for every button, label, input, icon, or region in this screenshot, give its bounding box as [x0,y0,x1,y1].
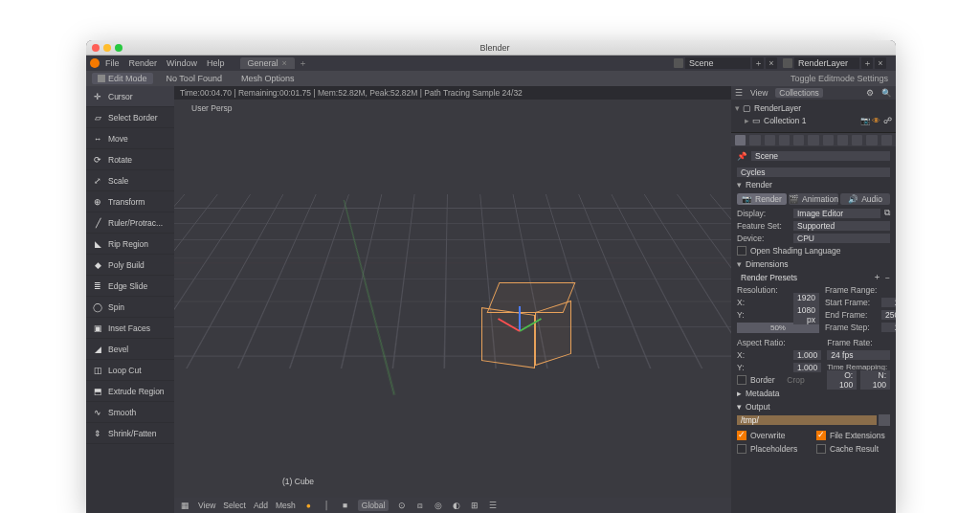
search-icon[interactable]: 🔍 [881,88,892,98]
feature-set-select[interactable]: Supported [793,221,890,231]
tool-rotate[interactable]: ⟳Rotate [86,149,174,170]
menu-help[interactable]: Help [207,58,225,68]
tool-transform[interactable]: ⊕Transform [86,191,174,212]
tab-output[interactable] [749,135,760,145]
aspect-y-input[interactable]: 1.000 [793,363,821,372]
fps-select[interactable]: 24 fps [827,350,890,360]
editor-type-icon[interactable]: ▦ [180,501,190,511]
vhdr-select[interactable]: Select [223,501,246,510]
overlay-icon[interactable]: ☰ [487,501,498,511]
res-y-input[interactable]: 1080 px [793,305,819,324]
render-still-button[interactable]: 📷Render [737,193,787,205]
tool-move[interactable]: ↔Move [86,128,174,149]
tab-material[interactable] [881,135,892,145]
tool-ruler[interactable]: ╱Ruler/Protrac... [86,212,174,234]
tool-edge-slide[interactable]: ≣Edge Slide [86,276,174,297]
tab-world[interactable] [793,135,804,145]
fileext-checkbox[interactable] [816,431,826,440]
camera-visibility-icon[interactable]: 📷 [860,116,869,124]
tab-physics[interactable] [852,135,862,145]
tool-smooth[interactable]: ∿Smooth [86,402,174,423]
outliner-collections-filter[interactable]: Collections [775,88,823,98]
outliner[interactable]: ▾ ▢ RenderLayer ▸ ▭ Collection 1 📷 👁 ☍ [731,100,896,133]
close-tab-icon[interactable]: × [282,58,287,68]
preset-add-icon[interactable]: ＋ [873,272,881,283]
vhdr-mesh[interactable]: Mesh [276,501,296,510]
new-window-icon[interactable]: ⧉ [884,208,890,218]
toggle-editmode-settings[interactable]: Toggle Editmode Settings [791,74,888,83]
vhdr-add[interactable]: Add [254,501,268,510]
scene-remove-button[interactable]: × [766,57,777,69]
tool-poly-build[interactable]: ◆Poly Build [86,255,174,276]
edge-select-icon[interactable]: │ [322,501,332,511]
shading-wire-icon[interactable]: ⊞ [469,501,479,511]
tool-bevel[interactable]: ◢Bevel [86,339,174,360]
tool-spin[interactable]: ◯Spin [86,297,174,318]
tool-inset-faces[interactable]: ▣Inset Faces [86,318,174,339]
3d-viewport[interactable]: Time:00:04.70 | Remaining:00:01.75 | Mem… [174,86,731,513]
outliner-renderlayer[interactable]: ▾ ▢ RenderLayer [735,101,892,114]
gizmo-z-axis[interactable] [519,306,521,331]
disclosure-icon[interactable]: ▾ [735,103,740,113]
tool-extrude-region[interactable]: ⬒Extrude Region [86,381,174,402]
menu-render[interactable]: Render [129,58,158,68]
disclosure-icon[interactable]: ▸ [745,116,749,125]
selectable-icon[interactable]: ☍ [883,116,892,124]
remap-old-input[interactable]: O: 100 [827,370,857,390]
folder-browse-icon[interactable] [879,414,890,426]
render-animation-button[interactable]: 🎬Animation [789,193,838,205]
tool-select-border[interactable]: ▱Select Border [86,107,174,128]
renderlayer-remove-button[interactable]: × [875,57,886,69]
mode-selector[interactable]: Edit Mode [92,73,153,84]
tab-scene[interactable] [779,135,790,145]
menu-window[interactable]: Window [167,58,197,68]
vertex-select-icon[interactable]: ● [303,501,314,511]
tool-loop-cut[interactable]: ◫Loop Cut [86,360,174,381]
renderlayer-add-button[interactable]: ＋ [861,57,873,69]
shading-solid-icon[interactable]: ◐ [451,501,461,511]
scene-name-field[interactable]: Scene [751,151,890,161]
dimensions-panel-header[interactable]: ▾Dimensions [737,257,890,271]
render-presets-menu[interactable]: Render Presets [737,273,869,282]
orientation-select[interactable]: Global [358,500,390,511]
tool-scale[interactable]: ⤢Scale [86,170,174,191]
output-path-input[interactable]: /tmp/ [737,415,877,425]
tab-render[interactable] [735,135,746,145]
menu-file[interactable]: File [105,58,120,68]
aspect-x-input[interactable]: 1.000 [793,350,821,360]
placeholders-checkbox[interactable] [737,444,746,454]
pivot-icon[interactable]: ⊙ [396,501,407,511]
tool-cursor[interactable]: ✛Cursor [86,86,174,107]
osl-checkbox[interactable] [737,246,746,256]
outliner-editor-icon[interactable]: ☰ [735,88,743,98]
close-window-icon[interactable] [92,44,100,52]
border-checkbox[interactable] [737,375,746,385]
viewport-visibility-icon[interactable]: 👁 [872,116,880,124]
face-select-icon[interactable]: ■ [340,501,350,511]
outliner-collection[interactable]: ▸ ▭ Collection 1 📷 👁 ☍ [735,114,892,126]
scene-pin-icon[interactable]: 📌 [737,151,747,161]
tool-rip-region[interactable]: ◣Rip Region [86,234,174,255]
scene-name-input[interactable] [685,57,750,69]
snap-icon[interactable]: ⧈ [414,501,425,511]
remap-new-input[interactable]: N: 100 [860,370,890,390]
vhdr-view[interactable]: View [198,501,215,510]
display-mode-select[interactable]: Image Editor [793,209,880,218]
tab-object[interactable] [808,135,818,145]
end-frame-input[interactable]: 250 [881,310,896,320]
render-panel-header[interactable]: ▾Render [737,178,890,191]
render-engine-select[interactable]: Cycles [737,167,890,177]
tab-viewlayer[interactable] [765,135,775,145]
tab-particle[interactable] [837,135,848,145]
preset-remove-icon[interactable]: − [885,273,890,282]
frame-step-input[interactable]: 1 [881,323,896,332]
mesh-options-menu[interactable]: Mesh Options [241,74,295,83]
zoom-window-icon[interactable] [115,44,122,52]
start-frame-input[interactable]: 1 [881,298,896,307]
cache-checkbox[interactable] [816,444,826,454]
renderlayer-name-input[interactable] [794,57,859,69]
minimize-window-icon[interactable] [103,44,111,52]
device-select[interactable]: CPU [793,234,890,243]
output-panel-header[interactable]: ▾Output [737,400,890,413]
tab-modifier[interactable] [823,135,834,145]
